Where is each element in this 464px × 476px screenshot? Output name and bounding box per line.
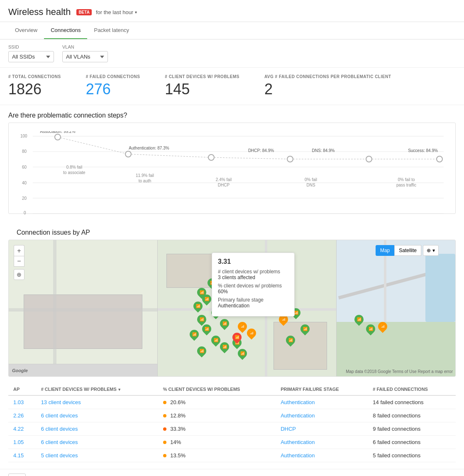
failed-count: 9 failed connections	[368, 422, 456, 436]
ap-table-body: 1.03 13 client devices 20.6% Authenticat…	[8, 395, 456, 462]
tooltip-failure-label: Primary failure stage	[218, 297, 288, 303]
svg-text:to auth: to auth	[139, 179, 151, 183]
pct-value: 14%	[170, 439, 181, 445]
ssid-label: SSID	[8, 44, 54, 49]
svg-text:to associate: to associate	[63, 170, 85, 175]
failure-stage[interactable]: DHCP	[281, 426, 296, 432]
map-panel-left: Google + − ⊕	[9, 240, 158, 376]
vlan-select[interactable]: All VLANs	[62, 51, 108, 62]
satellite-button[interactable]: Satellite	[394, 245, 421, 256]
next-page-button[interactable]: ›	[448, 474, 456, 476]
map-panel-center[interactable]: 3.31 # client devices w/ problems 3 clie…	[158, 240, 336, 376]
pagination-pages: ‹ 1 2 3 ... 36 37 ›	[376, 474, 456, 476]
ap-link[interactable]: 2.26	[13, 412, 24, 419]
beta-badge: BETA	[76, 9, 91, 15]
tooltip-devices-label: # client devices w/ problems	[218, 269, 288, 275]
page-title: Wireless health	[8, 7, 71, 17]
vlan-label: VLAN	[62, 44, 108, 49]
pct-value: 20.6%	[170, 399, 186, 405]
failure-stage[interactable]: Authentication	[281, 452, 315, 459]
page-3-button[interactable]: 3	[406, 474, 415, 476]
failure-stage[interactable]: Authentication	[281, 412, 315, 419]
ap-link[interactable]: 1.05	[13, 439, 24, 445]
svg-text:0.8% fail: 0.8% fail	[66, 165, 82, 169]
per-page-select[interactable]: 5 10 25	[8, 474, 26, 476]
svg-text:pass traffic: pass traffic	[396, 183, 416, 187]
failed-count: 14 failed connections	[368, 395, 456, 409]
tab-overview[interactable]: Overview	[8, 22, 44, 39]
tooltip-pct-row: % client devices w/ problems 60%	[218, 283, 288, 294]
ap-devices-link[interactable]: 5 client devices	[41, 452, 78, 459]
tooltip-pct-value: 60%	[218, 289, 288, 294]
svg-text:0% fail: 0% fail	[305, 177, 317, 182]
stat-clients-value: 145	[165, 81, 239, 98]
ssid-select[interactable]: All SSIDs	[8, 51, 54, 62]
stat-total-value: 1826	[8, 81, 61, 98]
failed-count: 8 failed connections	[368, 409, 456, 422]
ap-devices-link[interactable]: 6 client devices	[41, 439, 78, 445]
svg-text:DHCP: 84.9%: DHCP: 84.9%	[248, 148, 274, 153]
zoom-in-button[interactable]: +	[14, 245, 24, 256]
th-client-devices[interactable]: # client devices w/ problems	[36, 383, 158, 395]
stat-clients-label: # CLIENT DEVICES W/ PROBLEMS	[165, 74, 239, 79]
pct-value: 33.3%	[170, 426, 186, 432]
tab-connections[interactable]: Connections	[44, 22, 87, 39]
tooltip-failure-value: Authentication	[218, 303, 288, 309]
ap-link[interactable]: 1.03	[13, 399, 24, 405]
th-primary-failure: Primary failure stage	[276, 383, 368, 395]
pan-button[interactable]: ⊕	[14, 269, 24, 280]
tab-packet-latency[interactable]: Packet latency	[87, 22, 136, 39]
ap-devices-link[interactable]: 6 client devices	[41, 412, 78, 419]
layers-icon: ⊕	[427, 248, 431, 253]
svg-text:40: 40	[22, 181, 27, 185]
failure-stage[interactable]: Authentication	[281, 399, 315, 405]
filters-bar: SSID All SSIDs VLAN All VLANs	[0, 39, 464, 68]
stat-total-connections: # TOTAL CONNECTIONS 1826	[8, 74, 61, 98]
map-button[interactable]: Map	[376, 245, 394, 256]
google-logo: Google	[12, 368, 28, 373]
svg-text:2.4% fail: 2.4% fail	[216, 177, 232, 182]
svg-text:DHCP: DHCP	[218, 183, 230, 187]
page-36-button[interactable]: 36	[422, 474, 433, 476]
layers-button[interactable]: ⊕ ▾	[423, 245, 439, 256]
pct-dot	[163, 414, 166, 417]
svg-text:DNS: 84.9%: DNS: 84.9%	[312, 148, 335, 153]
ap-devices-link[interactable]: 13 client devices	[41, 399, 81, 405]
svg-text:0% fail to: 0% fail to	[398, 177, 415, 182]
map-container: Google + − ⊕	[8, 240, 456, 377]
svg-text:Association: 99.2%: Association: 99.2%	[40, 131, 75, 134]
page-37-button[interactable]: 37	[435, 474, 447, 476]
zoom-out-button[interactable]: −	[14, 256, 24, 267]
ap-table-header: AP # client devices w/ problems % client…	[8, 383, 456, 395]
pct-value: 12.8%	[170, 412, 186, 419]
funnel-chart: 100 80 60 40 20 0 % of associations succ…	[8, 123, 456, 214]
table-row: 2.26 6 client devices 12.8% Authenticati…	[8, 409, 456, 422]
header: Wireless health BETA for the last hour ▾	[0, 0, 464, 22]
svg-point-18	[55, 134, 61, 140]
pct-dot	[163, 454, 166, 457]
failed-count: 6 failed connections	[368, 436, 456, 449]
ap-link[interactable]: 4.22	[13, 426, 24, 432]
ap-link[interactable]: 4.15	[13, 452, 24, 459]
svg-text:Success: 84.9%: Success: 84.9%	[408, 148, 438, 153]
ap-map-section: Connection issues by AP Google + − ⊕	[0, 222, 464, 377]
prev-page-button[interactable]: ‹	[376, 474, 384, 476]
page-2-button[interactable]: 2	[396, 474, 405, 476]
funnel-section: Are there problematic connection steps? …	[0, 105, 464, 222]
table-row: 4.22 6 client devices 33.3% DHCP 9 faile…	[8, 422, 456, 436]
map-credit: Map data ©2018 Google Terms of Use Repor…	[346, 369, 453, 374]
ap-devices-link[interactable]: 6 client devices	[41, 426, 78, 432]
table-row: 1.03 13 client devices 20.6% Authenticat…	[8, 395, 456, 409]
svg-point-20	[208, 155, 214, 160]
svg-point-23	[437, 156, 442, 162]
page-1-button[interactable]: 1	[386, 474, 394, 476]
failure-stage[interactable]: Authentication	[281, 439, 315, 445]
time-filter[interactable]: for the last hour ▾	[96, 9, 137, 15]
time-dropdown-arrow: ▾	[135, 10, 137, 15]
svg-text:0: 0	[24, 211, 26, 214]
stat-failed-connections: # FAILED CONNECTIONS 276	[86, 74, 140, 98]
funnel-title: Are there problematic connection steps?	[0, 105, 464, 123]
pct-dot	[163, 441, 166, 444]
stat-client-problems: # CLIENT DEVICES W/ PROBLEMS 145	[165, 74, 239, 98]
stats-bar: # TOTAL CONNECTIONS 1826 # FAILED CONNEC…	[0, 68, 464, 105]
